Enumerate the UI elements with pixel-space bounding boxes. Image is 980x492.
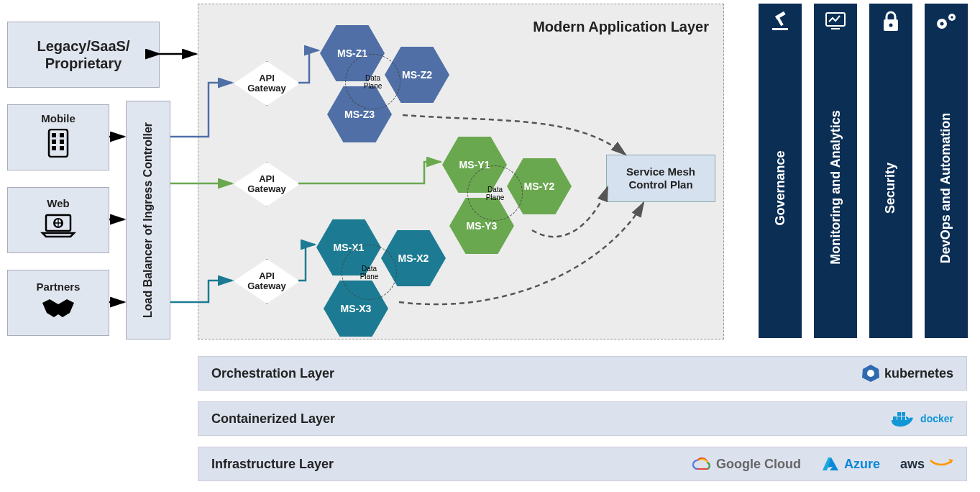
lock-icon bbox=[881, 11, 900, 37]
layer-label: Containerized Layer bbox=[211, 411, 335, 427]
google-cloud-logo: Google Cloud bbox=[692, 456, 801, 472]
pillar-devops: DevOps and Automation bbox=[925, 4, 968, 338]
client-label: Partners bbox=[37, 281, 81, 293]
svg-point-20 bbox=[867, 370, 874, 377]
svg-rect-23 bbox=[902, 416, 905, 420]
svg-rect-3 bbox=[52, 140, 56, 144]
svg-rect-0 bbox=[49, 129, 68, 157]
client-label: Web bbox=[47, 197, 69, 209]
pillar-label: DevOps and Automation bbox=[939, 112, 954, 263]
docker-logo: docker bbox=[890, 409, 953, 428]
svg-rect-6 bbox=[60, 146, 64, 150]
mobile-icon bbox=[47, 129, 69, 163]
client-mobile: Mobile bbox=[7, 104, 109, 170]
svg-point-16 bbox=[940, 22, 944, 26]
svg-rect-4 bbox=[60, 140, 64, 144]
service-mesh-box: Service Mesh Control Plan bbox=[606, 155, 715, 202]
svg-rect-22 bbox=[897, 416, 901, 420]
svg-rect-21 bbox=[893, 416, 897, 420]
svg-rect-24 bbox=[897, 412, 901, 416]
load-balancer-label: Load Balancer of Ingress Controller bbox=[142, 122, 155, 318]
svg-point-18 bbox=[951, 16, 953, 19]
svg-rect-1 bbox=[52, 133, 56, 137]
kubernetes-logo: kubernetes bbox=[861, 364, 953, 383]
svg-rect-2 bbox=[60, 133, 64, 137]
svg-rect-12 bbox=[826, 13, 845, 26]
containerized-layer: Containerized Layer docker bbox=[198, 401, 967, 436]
gavel-icon bbox=[769, 11, 791, 37]
svg-rect-11 bbox=[772, 28, 788, 30]
laptop-icon bbox=[40, 214, 76, 244]
legacy-box: Legacy/SaaS/ Proprietary bbox=[7, 22, 160, 88]
pillar-monitoring: Monitoring and Analytics bbox=[814, 4, 857, 338]
data-plane-z: Data Plane bbox=[345, 54, 400, 109]
aws-logo: aws bbox=[900, 457, 953, 472]
layer-label: Orchestration Layer bbox=[211, 366, 334, 381]
client-label: Mobile bbox=[41, 112, 75, 124]
handshake-icon bbox=[40, 297, 77, 326]
svg-rect-10 bbox=[777, 17, 783, 26]
app-layer-title: Modern Application Layer bbox=[533, 19, 709, 35]
gears-icon bbox=[934, 11, 958, 37]
svg-rect-25 bbox=[902, 412, 905, 416]
data-plane-y: Data Plane bbox=[467, 165, 523, 221]
layer-label: Infrastructure Layer bbox=[211, 457, 334, 472]
client-partners: Partners bbox=[7, 270, 109, 336]
pillar-label: Monitoring and Analytics bbox=[828, 110, 843, 264]
azure-logo: Azure bbox=[821, 456, 880, 472]
svg-point-14 bbox=[889, 24, 893, 27]
data-plane-x: Data Plane bbox=[342, 245, 397, 300]
svg-rect-5 bbox=[52, 146, 56, 150]
svg-rect-9 bbox=[775, 12, 786, 19]
infrastructure-layer: Infrastructure Layer Google Cloud Azure … bbox=[198, 447, 967, 481]
orchestration-layer: Orchestration Layer kubernetes bbox=[198, 356, 967, 391]
load-balancer: Load Balancer of Ingress Controller bbox=[126, 101, 170, 340]
analytics-icon bbox=[824, 11, 847, 36]
client-web: Web bbox=[7, 187, 109, 253]
